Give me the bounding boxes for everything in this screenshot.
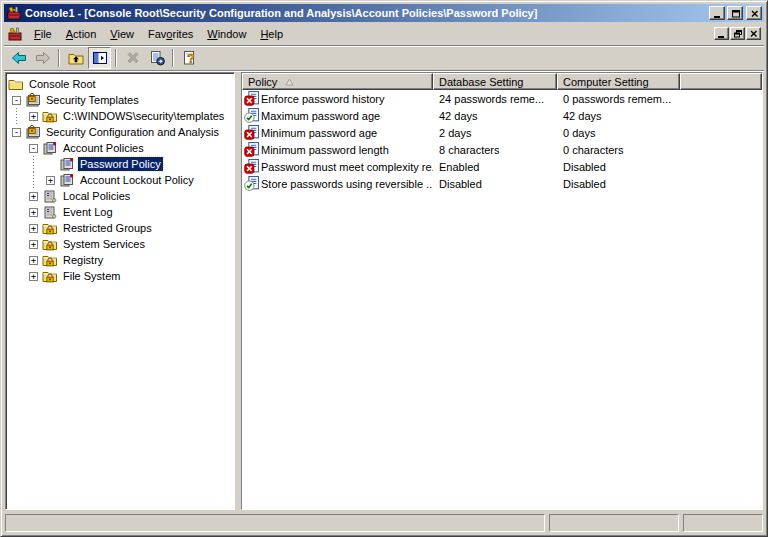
expand-icon[interactable]: + [29,272,38,281]
menu-action[interactable]: Action [59,25,104,43]
export-list-icon [149,50,165,66]
tree-item-system-services[interactable]: + System Services [8,236,232,252]
tree-item-label[interactable]: Console Root [27,77,98,91]
up-one-level-button[interactable] [64,47,87,69]
forward-icon [35,50,51,66]
server-policy-icon [42,188,58,204]
console-app-icon[interactable] [6,5,22,21]
close-button[interactable] [746,6,762,20]
tree-item-label[interactable]: Local Policies [61,189,132,203]
tree-expander[interactable]: + [42,172,59,188]
policy-row-store-passwords-reversible[interactable]: Store passwords using reversible ... Dis… [242,175,762,192]
result-list-pane[interactable]: Policy Database Setting Computer Setting [241,72,763,510]
tree-item-label[interactable]: Security Configuration and Analysis [44,125,221,139]
expand-icon[interactable]: + [29,256,38,265]
child-window-icon[interactable] [7,26,23,42]
tree-expander[interactable]: - [25,140,42,156]
security-database-icon [25,92,41,108]
minimize-button[interactable] [709,6,725,20]
tree-item-label[interactable]: C:\WINDOWS\security\templates [61,109,226,123]
tree-expander[interactable]: - [8,124,25,140]
tree-item-label[interactable]: Security Templates [44,93,141,107]
help-button[interactable]: ? [178,47,201,69]
policy-row-enforce-password-history[interactable]: Enforce password history 24 passwords re… [242,90,762,107]
expand-icon[interactable]: + [29,240,38,249]
tree-expander[interactable]: + [25,108,42,124]
tree-item-console-root[interactable]: Console Root [8,76,232,92]
column-header-policy[interactable]: Policy [242,73,433,90]
tree-item-templates-path[interactable]: + C:\WINDOWS\security\templates [8,108,232,124]
window-title: Console1 - [Console Root\Security Config… [25,7,706,19]
child-restore-button[interactable] [730,27,745,40]
tree-item-restricted-groups[interactable]: + Restricted Groups [8,220,232,236]
expand-icon[interactable]: + [29,224,38,233]
policy-row-password-complexity[interactable]: Password must meet complexity re... Enab… [242,158,762,175]
policy-row-maximum-password-age[interactable]: Maximum password age 42 days 42 days [242,107,762,124]
tree-expander[interactable]: + [25,252,42,268]
tree-item-security-templates[interactable]: - Security Templates [8,92,232,108]
tree-item-file-system[interactable]: + File System [8,268,232,284]
tree-item-label[interactable]: Password Policy [78,157,163,171]
policy-name: Store passwords using reversible ... [261,178,433,190]
titlebar[interactable]: Console1 - [Console Root\Security Config… [4,4,764,22]
forward-button[interactable] [31,47,54,69]
tree-item-event-log[interactable]: + Event Log [8,204,232,220]
up-one-level-icon [68,50,84,66]
database-setting-value: 8 characters [433,144,557,156]
tree-item-label[interactable]: Registry [61,253,105,267]
collapse-icon[interactable]: - [12,96,21,105]
folder-lock-icon [42,236,58,252]
delete-button[interactable] [121,47,144,69]
column-header-database-setting[interactable]: Database Setting [433,73,557,90]
tree-item-label[interactable]: File System [61,269,122,283]
expand-icon[interactable]: + [46,176,55,185]
column-header-computer-setting[interactable]: Computer Setting [557,73,680,90]
show-hide-console-tree-button[interactable] [88,47,111,69]
policy-name: Minimum password age [261,127,377,139]
tree-item-account-policies[interactable]: - Account Policies [8,140,232,156]
tree-expander[interactable]: + [25,204,42,220]
tree-item-account-lockout-policy[interactable]: + Account Lockout Policy [8,172,232,188]
toolbar-separator [115,49,117,67]
back-button[interactable] [7,47,30,69]
export-list-button[interactable] [145,47,168,69]
menu-file[interactable]: File [27,25,59,43]
menu-help[interactable]: Help [253,25,290,43]
expand-icon[interactable]: + [29,192,38,201]
policy-row-minimum-password-length[interactable]: Minimum password length 8 characters 0 c… [242,141,762,158]
tree-expander[interactable]: + [25,188,42,204]
tree-guide [8,108,25,124]
expand-icon[interactable]: + [29,208,38,217]
tree-item-local-policies[interactable]: + Local Policies [8,188,232,204]
collapse-icon[interactable]: - [29,144,38,153]
tree-item-label[interactable]: Restricted Groups [61,221,154,235]
child-minimize-button[interactable] [714,27,729,40]
policy-name: Minimum password length [261,144,389,156]
console-tree-pane[interactable]: Console Root - Security Templates + C:\ [5,72,235,510]
tree-item-password-policy[interactable]: Password Policy [8,156,232,172]
child-close-button[interactable] [746,27,761,40]
column-header-empty[interactable] [680,73,762,90]
tree-item-registry[interactable]: + Registry [8,252,232,268]
computer-setting-value: Disabled [557,178,680,190]
tree-expander[interactable]: - [8,92,25,108]
menu-view[interactable]: View [103,25,141,43]
menu-window[interactable]: Window [200,25,253,43]
svg-text:?: ? [187,52,194,66]
tree-item-label[interactable]: Account Policies [61,141,146,155]
menu-favorites[interactable]: Favorites [141,25,200,43]
tree-item-security-configuration-and-analysis[interactable]: - Security Configuration and Analysis [8,124,232,140]
tree-expander[interactable]: + [25,268,42,284]
list-body[interactable]: Enforce password history 24 passwords re… [242,90,762,509]
tree-item-label[interactable]: System Services [61,237,147,251]
collapse-icon[interactable]: - [12,128,21,137]
maximize-button[interactable] [727,6,743,20]
tree-expander[interactable]: + [25,236,42,252]
restore-icon [733,29,742,38]
maximize-icon [731,9,740,18]
expand-icon[interactable]: + [29,112,38,121]
tree-item-label[interactable]: Event Log [61,205,115,219]
tree-item-label[interactable]: Account Lockout Policy [78,173,196,187]
tree-expander[interactable]: + [25,220,42,236]
policy-row-minimum-password-age[interactable]: Minimum password age 2 days 0 days [242,124,762,141]
